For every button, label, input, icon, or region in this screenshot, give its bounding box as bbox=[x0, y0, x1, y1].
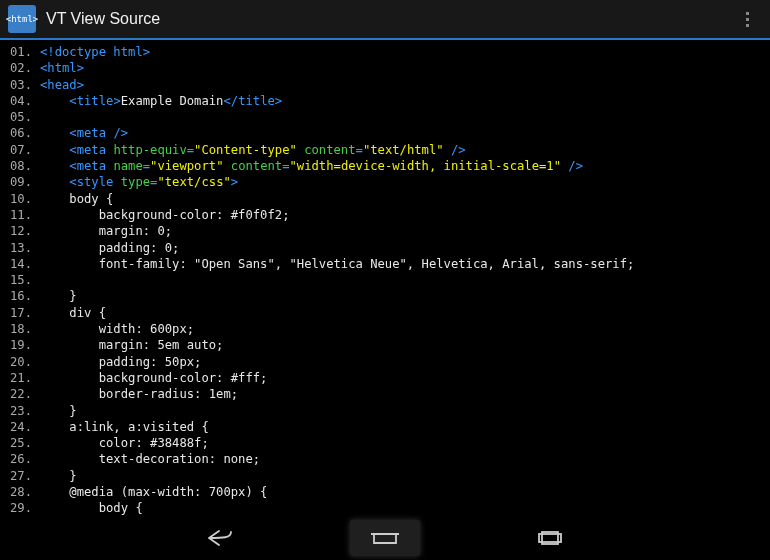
line-content: margin: 5em auto; bbox=[40, 337, 762, 353]
code-line: 13. padding: 0; bbox=[8, 240, 762, 256]
line-content: div { bbox=[40, 305, 762, 321]
line-content: <html> bbox=[40, 60, 762, 76]
line-content: <!doctype html> bbox=[40, 44, 762, 60]
line-content: <meta http-equiv="Content-type" content=… bbox=[40, 142, 762, 158]
overflow-menu-button[interactable] bbox=[732, 4, 762, 34]
line-number: 17. bbox=[8, 305, 40, 321]
line-number: 27. bbox=[8, 468, 40, 484]
code-line: 16. } bbox=[8, 288, 762, 304]
line-number: 01. bbox=[8, 44, 40, 60]
line-number: 12. bbox=[8, 223, 40, 239]
code-line: 21. background-color: #fff; bbox=[8, 370, 762, 386]
line-content: <head> bbox=[40, 77, 762, 93]
code-line: 05. bbox=[8, 109, 762, 125]
line-number: 11. bbox=[8, 207, 40, 223]
line-content: width: 600px; bbox=[40, 321, 762, 337]
line-number: 18. bbox=[8, 321, 40, 337]
code-line: 17. div { bbox=[8, 305, 762, 321]
code-line: 14. font-family: "Open Sans", "Helvetica… bbox=[8, 256, 762, 272]
line-content: } bbox=[40, 403, 762, 419]
line-content: text-decoration: none; bbox=[40, 451, 762, 467]
code-line: 04. <title>Example Domain</title> bbox=[8, 93, 762, 109]
line-content: font-family: "Open Sans", "Helvetica Neu… bbox=[40, 256, 762, 272]
code-line: 15. bbox=[8, 272, 762, 288]
line-number: 26. bbox=[8, 451, 40, 467]
code-line: 25. color: #38488f; bbox=[8, 435, 762, 451]
line-content: <title>Example Domain</title> bbox=[40, 93, 762, 109]
line-number: 05. bbox=[8, 109, 40, 125]
code-line: 22. border-radius: 1em; bbox=[8, 386, 762, 402]
recent-icon bbox=[533, 527, 567, 549]
code-line: 20. padding: 50px; bbox=[8, 354, 762, 370]
line-content: body { bbox=[40, 191, 762, 207]
code-line: 03.<head> bbox=[8, 77, 762, 93]
code-line: 01.<!doctype html> bbox=[8, 44, 762, 60]
line-content: background-color: #fff; bbox=[40, 370, 762, 386]
line-content: body { bbox=[40, 500, 762, 516]
line-number: 03. bbox=[8, 77, 40, 93]
line-content: } bbox=[40, 288, 762, 304]
line-number: 08. bbox=[8, 158, 40, 174]
app-icon: <html> bbox=[8, 5, 36, 33]
line-content: border-radius: 1em; bbox=[40, 386, 762, 402]
back-icon bbox=[203, 527, 237, 549]
line-number: 29. bbox=[8, 500, 40, 516]
code-line: 29. body { bbox=[8, 500, 762, 516]
line-content: padding: 0; bbox=[40, 240, 762, 256]
line-number: 19. bbox=[8, 337, 40, 353]
code-line: 12. margin: 0; bbox=[8, 223, 762, 239]
line-number: 28. bbox=[8, 484, 40, 500]
code-line: 23. } bbox=[8, 403, 762, 419]
code-line: 28. @media (max-width: 700px) { bbox=[8, 484, 762, 500]
code-line: 02.<html> bbox=[8, 60, 762, 76]
line-number: 02. bbox=[8, 60, 40, 76]
source-code-view[interactable]: 01.<!doctype html>02.<html>03.<head>04. … bbox=[0, 40, 770, 518]
line-content: <meta name="viewport" content="width=dev… bbox=[40, 158, 762, 174]
back-button[interactable] bbox=[185, 520, 255, 556]
line-number: 04. bbox=[8, 93, 40, 109]
home-button[interactable] bbox=[350, 520, 420, 556]
line-content: color: #38488f; bbox=[40, 435, 762, 451]
line-content: background-color: #f0f0f2; bbox=[40, 207, 762, 223]
line-number: 16. bbox=[8, 288, 40, 304]
line-content: } bbox=[40, 468, 762, 484]
app-title: VT View Source bbox=[46, 10, 732, 28]
action-bar: <html> VT View Source bbox=[0, 0, 770, 40]
line-number: 09. bbox=[8, 174, 40, 190]
line-content: a:link, a:visited { bbox=[40, 419, 762, 435]
code-line: 09. <style type="text/css"> bbox=[8, 174, 762, 190]
recent-apps-button[interactable] bbox=[515, 520, 585, 556]
home-icon bbox=[368, 527, 402, 549]
code-line: 11. background-color: #f0f0f2; bbox=[8, 207, 762, 223]
line-number: 25. bbox=[8, 435, 40, 451]
code-line: 19. margin: 5em auto; bbox=[8, 337, 762, 353]
line-number: 15. bbox=[8, 272, 40, 288]
code-line: 24. a:link, a:visited { bbox=[8, 419, 762, 435]
line-number: 23. bbox=[8, 403, 40, 419]
code-line: 06. <meta /> bbox=[8, 125, 762, 141]
line-content bbox=[40, 272, 762, 288]
line-number: 13. bbox=[8, 240, 40, 256]
line-number: 14. bbox=[8, 256, 40, 272]
line-number: 07. bbox=[8, 142, 40, 158]
code-line: 07. <meta http-equiv="Content-type" cont… bbox=[8, 142, 762, 158]
code-line: 18. width: 600px; bbox=[8, 321, 762, 337]
line-content: padding: 50px; bbox=[40, 354, 762, 370]
line-content: <style type="text/css"> bbox=[40, 174, 762, 190]
line-number: 06. bbox=[8, 125, 40, 141]
line-content bbox=[40, 109, 762, 125]
line-number: 22. bbox=[8, 386, 40, 402]
line-content: @media (max-width: 700px) { bbox=[40, 484, 762, 500]
navigation-bar bbox=[0, 518, 770, 558]
line-content: <meta /> bbox=[40, 125, 762, 141]
line-number: 21. bbox=[8, 370, 40, 386]
line-number: 10. bbox=[8, 191, 40, 207]
line-number: 20. bbox=[8, 354, 40, 370]
line-content: margin: 0; bbox=[40, 223, 762, 239]
code-line: 10. body { bbox=[8, 191, 762, 207]
code-line: 27. } bbox=[8, 468, 762, 484]
code-line: 26. text-decoration: none; bbox=[8, 451, 762, 467]
line-number: 24. bbox=[8, 419, 40, 435]
code-line: 08. <meta name="viewport" content="width… bbox=[8, 158, 762, 174]
